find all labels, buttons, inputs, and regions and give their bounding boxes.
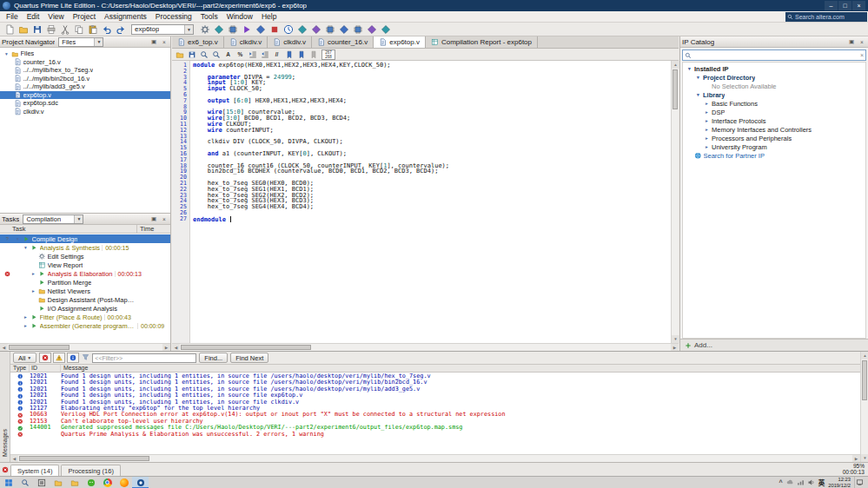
close-icon[interactable]: × bbox=[160, 37, 169, 46]
twisty-icon[interactable]: ▾ bbox=[695, 75, 701, 80]
editor-tab[interactable]: Compilation Report - exp6top bbox=[426, 36, 538, 48]
clear-bookmarks-icon[interactable] bbox=[308, 49, 319, 60]
tasks-mode-combo[interactable]: Compilation ▼ bbox=[23, 214, 83, 224]
ip-search-input[interactable] bbox=[693, 51, 858, 59]
clear-search-icon[interactable]: × bbox=[860, 52, 864, 58]
start-analysis-icon[interactable] bbox=[254, 23, 267, 36]
outdent-icon[interactable] bbox=[259, 49, 270, 60]
ip-tree-item[interactable]: No Selection Available bbox=[683, 82, 865, 90]
message-row[interactable]: Quartus Prime Analysis & Elaboration was… bbox=[10, 432, 860, 438]
message-row[interactable]: 12021Found 1 design units, including 1 e… bbox=[10, 386, 860, 392]
editor-tab[interactable]: exp6top.v bbox=[374, 36, 426, 48]
twisty-icon[interactable]: ▸ bbox=[704, 127, 710, 132]
message-row[interactable]: 12153Can't elaborate top-level user hier… bbox=[10, 419, 860, 425]
scroll-up-icon[interactable]: ▲ bbox=[861, 352, 868, 359]
task-row[interactable]: I/O Assignment Analysis bbox=[0, 304, 170, 313]
signal-tap-icon[interactable] bbox=[365, 23, 378, 36]
message-row[interactable]: 12021Found 1 design units, including 1 e… bbox=[10, 379, 860, 386]
ip-tree-item[interactable]: ▸DSP bbox=[683, 108, 865, 116]
paste-icon[interactable] bbox=[86, 23, 99, 36]
info-filter-icon[interactable] bbox=[67, 353, 79, 363]
message-row[interactable]: 10663Verilog HDL Port Connection error a… bbox=[10, 412, 860, 418]
ip-tree-item[interactable]: ▸University Program bbox=[683, 142, 865, 151]
dock-icon[interactable]: ▣ bbox=[149, 37, 158, 46]
type-column-header[interactable]: Type bbox=[10, 365, 30, 372]
taskbar-wechat-icon[interactable] bbox=[83, 477, 99, 488]
message-row[interactable]: 12021Found 1 design units, including 1 e… bbox=[10, 399, 860, 406]
scroll-up-icon[interactable]: ▲ bbox=[672, 61, 679, 69]
ime-indicator[interactable]: 英 bbox=[818, 478, 825, 487]
twisty-icon[interactable]: ▾ bbox=[695, 92, 701, 97]
ip-tree-item[interactable]: Search for Partner IP bbox=[683, 151, 865, 160]
scroll-down-icon[interactable]: ▼ bbox=[861, 454, 868, 462]
error-filter-icon[interactable] bbox=[39, 353, 51, 363]
file-item[interactable]: counter_16.v bbox=[0, 58, 170, 67]
replace-icon[interactable] bbox=[210, 49, 222, 60]
taskbar-search-circle-icon[interactable] bbox=[17, 477, 33, 488]
taskbar-start-icon[interactable] bbox=[0, 477, 17, 488]
taskbar-chrome-icon[interactable] bbox=[99, 477, 116, 488]
twisty-icon[interactable]: ▾ bbox=[23, 245, 29, 250]
open-file-icon[interactable] bbox=[17, 23, 30, 36]
bookmark-icon[interactable] bbox=[283, 49, 295, 60]
messages-vertical-scrollbar[interactable]: ▲ ▼ bbox=[860, 352, 868, 462]
scroll-thumb[interactable] bbox=[181, 345, 311, 350]
message-row[interactable]: 144001Generated suppressed messages file… bbox=[10, 425, 860, 431]
task-row[interactable]: Partition Merge bbox=[0, 278, 170, 287]
twisty-icon[interactable]: ▾ bbox=[686, 66, 692, 71]
ip-tree-item[interactable]: ▸Interface Protocols bbox=[683, 116, 865, 125]
menu-help[interactable]: Help bbox=[257, 12, 281, 21]
task-row[interactable]: ▸Fitter (Place & Route)00:00:43 bbox=[0, 313, 170, 321]
twisty-icon[interactable]: ▸ bbox=[23, 323, 29, 328]
ip-tree-item[interactable]: ▸Processors and Peripherals bbox=[683, 134, 865, 142]
close-button[interactable]: × bbox=[852, 1, 865, 10]
cut-icon[interactable] bbox=[58, 23, 71, 36]
messages-tab[interactable]: System (14) bbox=[10, 465, 59, 476]
twisty-icon[interactable]: ▸ bbox=[23, 314, 29, 320]
task-row[interactable]: Design Assistant (Post-Mapping) bbox=[0, 295, 170, 304]
find-button[interactable]: Find... bbox=[199, 353, 228, 363]
ip-tree-item[interactable]: ▾Library bbox=[683, 90, 865, 99]
ip-tree-item[interactable]: ▾Project Directory bbox=[683, 73, 865, 82]
next-bookmark-icon[interactable] bbox=[295, 49, 307, 60]
menu-edit[interactable]: Edit bbox=[23, 12, 44, 21]
partition-merge-icon[interactable] bbox=[337, 23, 350, 36]
copy-icon[interactable] bbox=[72, 23, 85, 36]
comment-icon[interactable]: // bbox=[271, 49, 282, 60]
editor-horizontal-scrollbar[interactable]: ◀ ▶ bbox=[172, 343, 679, 351]
scroll-thumb[interactable] bbox=[673, 69, 678, 109]
taskbar-firefox-icon[interactable] bbox=[116, 477, 132, 488]
open-file-icon[interactable] bbox=[174, 49, 185, 60]
filter-all-button[interactable]: All ▼ bbox=[13, 353, 36, 363]
chip-planner-icon[interactable] bbox=[323, 23, 336, 36]
chevron-down-icon[interactable]: ▼ bbox=[184, 25, 193, 34]
scroll-thumb[interactable] bbox=[19, 456, 149, 461]
ip-tree-item[interactable]: ▸Basic Functions bbox=[683, 99, 865, 108]
tray-network-icon[interactable] bbox=[797, 478, 805, 486]
technology-map-viewer-icon[interactable] bbox=[309, 23, 322, 36]
messages-side-label[interactable]: Messages bbox=[2, 429, 8, 457]
save-icon[interactable] bbox=[186, 49, 197, 60]
filter-funnel-icon[interactable] bbox=[82, 354, 89, 363]
id-column-header[interactable]: ID bbox=[30, 365, 61, 372]
file-tree-root[interactable]: ▾Files bbox=[0, 49, 170, 58]
twisty-icon[interactable]: ▸ bbox=[30, 288, 36, 293]
file-item[interactable]: ../../mylib/hex_to_7seg.v bbox=[0, 66, 170, 75]
ip-tree-item[interactable]: ▸Memory Interfaces and Controllers bbox=[683, 125, 865, 134]
messages-horizontal-scrollbar[interactable]: ◀ ▶ bbox=[10, 454, 860, 462]
timing-analyzer-icon[interactable] bbox=[282, 23, 295, 36]
editor-vertical-scrollbar[interactable]: ▲ ▼ bbox=[671, 61, 679, 343]
file-item[interactable]: clkdiv.v bbox=[0, 108, 170, 116]
task-column-header[interactable]: Task bbox=[0, 225, 137, 233]
scroll-down-icon[interactable]: ▼ bbox=[672, 335, 679, 343]
netlist-viewer-icon[interactable] bbox=[295, 23, 308, 36]
minimize-button[interactable]: – bbox=[825, 1, 838, 10]
message-row[interactable]: 12021Found 1 design units, including 1 e… bbox=[10, 373, 860, 379]
twisty-icon[interactable]: ▾ bbox=[15, 236, 21, 241]
task-row[interactable]: ?▾Compile Design bbox=[0, 234, 170, 243]
scroll-thumb[interactable] bbox=[862, 360, 867, 400]
tray-volume-icon[interactable] bbox=[807, 478, 815, 486]
taskbar-clock[interactable]: 12:23 2019/12/2 bbox=[828, 477, 851, 487]
platform-designer-icon[interactable] bbox=[379, 23, 392, 36]
warning-filter-icon[interactable] bbox=[53, 353, 65, 363]
